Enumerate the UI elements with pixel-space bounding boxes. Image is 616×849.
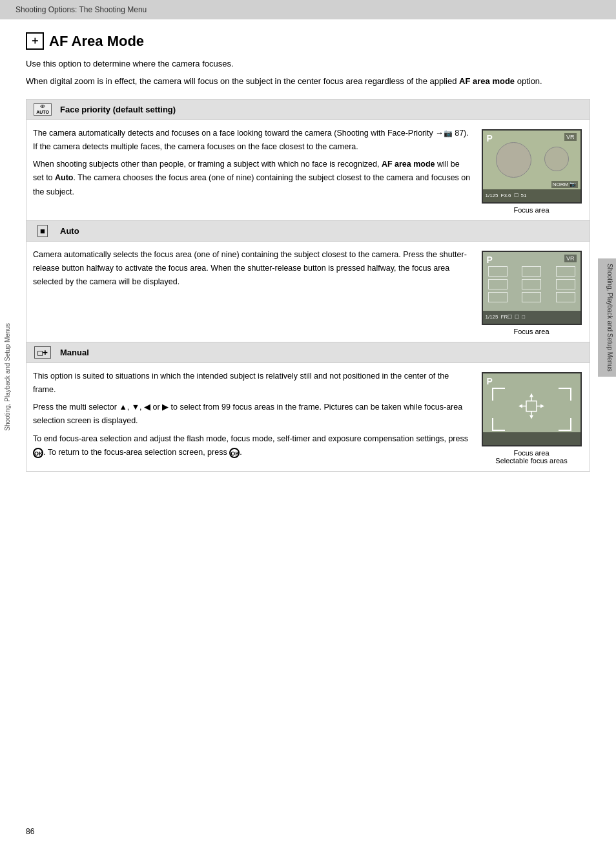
p-indicator-3: P	[487, 376, 493, 386]
p-indicator-2: P	[487, 255, 493, 265]
manual-body2: Press the multi selector ▲, ▼, ◀ or ▶ to…	[33, 401, 472, 428]
focus-label-3: Focus area	[513, 449, 549, 457]
section-body-manual: This option is suited to situations in w…	[26, 363, 590, 471]
side-label: Shooting, Playback and Setup Menus	[4, 323, 11, 431]
vr-badge-2: VR	[564, 255, 577, 262]
status-bar-3	[483, 432, 580, 445]
intro-text-2: When digital zoom is in effect, the came…	[26, 75, 590, 89]
intro2-bold: AF area mode	[459, 76, 515, 86]
camera-screen-face-priority: P VR NORM 📷 1/125 F3.6 ☐ 51	[482, 129, 582, 204]
manual-icon: □+	[33, 346, 52, 359]
title-text: AF Area Mode	[49, 33, 144, 50]
svg-rect-0	[526, 401, 537, 412]
corner-bl	[492, 418, 505, 431]
section-body-face-priority: The camera automatically detects and foc…	[26, 120, 590, 220]
camera-screen-auto: P VR	[482, 251, 582, 325]
status-bar-2: 1/125 FR☐ ☐ □	[483, 311, 580, 324]
svg-marker-2	[529, 415, 533, 419]
section-title-auto: Auto	[60, 226, 79, 236]
svg-marker-3	[518, 404, 522, 408]
section-title-manual: Manual	[60, 348, 89, 357]
grid-cell	[556, 292, 575, 302]
section-header-manual: □+ Manual	[26, 342, 590, 363]
auto-icon: ■	[33, 225, 52, 237]
focus-label-1: Focus area	[513, 206, 549, 214]
section-manual: □+ Manual This option is suited to situa…	[26, 342, 590, 472]
grid-cell	[488, 292, 508, 302]
grid-cell	[556, 279, 575, 289]
section-title-face-priority: Face priority (default setting)	[60, 105, 176, 114]
grid-cell	[522, 279, 541, 289]
grid-cell	[488, 279, 508, 289]
intro-text-1: Use this option to determine where the c…	[26, 58, 590, 71]
ok-button-1: OK	[33, 448, 43, 458]
section-text-face-priority: The camera automatically detects and foc…	[33, 127, 472, 214]
top-bar-label: Shooting Options: The Shooting Menu	[15, 5, 147, 14]
p-indicator-1: P	[487, 133, 493, 143]
norm-badge: NORM 📷	[551, 181, 578, 188]
intro2-start: When digital zoom is in effect, the came…	[26, 76, 459, 86]
section-text-auto: Camera automatically selects the focus a…	[33, 248, 472, 335]
face-circle-left	[496, 142, 531, 178]
top-bar: Shooting Options: The Shooting Menu	[0, 0, 616, 19]
grid-cell	[488, 266, 508, 277]
svg-marker-1	[529, 393, 533, 397]
grid-row-2	[488, 279, 575, 289]
ok-button-2: OK	[229, 448, 240, 458]
grid-row-3	[488, 292, 575, 302]
right-sidebar-tab: Shooting, Playback and Setup Menus	[598, 258, 616, 377]
grid-cell	[522, 292, 541, 302]
cross-selector	[517, 392, 546, 421]
section-image-auto: P VR	[480, 248, 583, 335]
grid-row-1	[488, 266, 575, 277]
section-face-priority: 👁 AUTO Face priority (default setting) T…	[26, 99, 590, 221]
corner-tr	[559, 388, 571, 401]
svg-marker-4	[540, 404, 544, 408]
section-image-manual: P	[480, 370, 583, 465]
corner-br	[559, 418, 571, 431]
intro2-end: option.	[515, 76, 542, 86]
section-image-face-priority: P VR NORM 📷 1/125 F3.6 ☐ 51 Focus area	[480, 127, 583, 214]
section-text-manual: This option is suited to situations in w…	[33, 370, 472, 465]
section-header-auto: ■ Auto	[26, 221, 590, 242]
manual-body3: To end focus-area selection and adjust t…	[33, 432, 472, 460]
camera-screen-manual: P	[482, 372, 582, 446]
sidebar-label: Shooting, Playback and Setup Menus	[606, 264, 613, 372]
side-label-text: Shooting, Playback and Setup Menus	[4, 323, 11, 431]
selectable-label: Selectable focus areas	[495, 457, 567, 465]
focus-label-2: Focus area	[513, 328, 549, 335]
page-number: 86	[26, 827, 34, 836]
corner-tl	[492, 388, 505, 401]
section-header-face-priority: 👁 AUTO Face priority (default setting)	[26, 100, 590, 120]
manual-body1: This option is suited to situations in w…	[33, 370, 472, 397]
section-auto: ■ Auto Camera automatically selects the …	[26, 221, 590, 342]
page-title: ＋ AF Area Mode	[26, 32, 590, 50]
title-icon: ＋	[26, 32, 44, 50]
section-body-auto: Camera automatically selects the focus a…	[26, 242, 590, 342]
vr-badge-1: VR	[564, 133, 577, 141]
status-bar-1: 1/125 F3.6 ☐ 51	[483, 189, 580, 202]
grid-cell	[556, 266, 575, 277]
face-circle-right	[544, 147, 569, 171]
face-priority-icon: 👁 AUTO	[33, 103, 52, 116]
grid-cell	[522, 266, 541, 277]
main-content: ＋ AF Area Mode Use this option to determ…	[0, 19, 616, 485]
